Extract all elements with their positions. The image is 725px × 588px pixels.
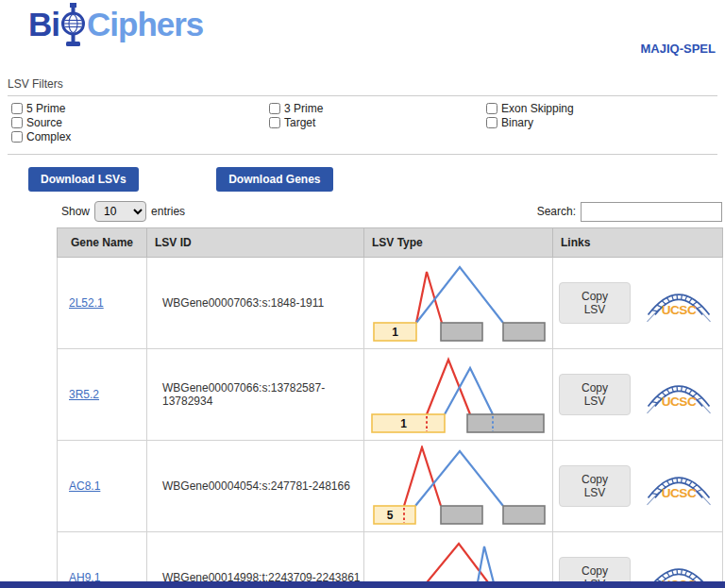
filter-checkbox[interactable] [11, 131, 23, 143]
gene-name-cell: AC8.1 [58, 441, 147, 532]
table-row: AC8.1WBGene00004054:s:247781-2481665Copy… [58, 441, 723, 532]
table-header-row: Gene Name LSV ID LSV Type Links [58, 228, 723, 258]
filter-label: Complex [26, 130, 71, 143]
filter-checkbox[interactable] [11, 117, 23, 128]
lsv-type-diagram: 1 [369, 262, 548, 345]
site-header: Bi Ciphers MAJIQ-SPEL [0, 0, 725, 55]
links-cell: Copy LSVUCSC [553, 441, 723, 532]
filter-label: Binary [501, 116, 533, 129]
column-header-lsv-id[interactable]: LSV ID [147, 228, 364, 258]
svg-text:1: 1 [400, 417, 407, 430]
filter-column: 5 PrimeSourceComplex [11, 101, 71, 143]
filter-label: Source [26, 116, 62, 129]
microscope-globe-icon [60, 3, 86, 47]
filter-checkbox[interactable] [269, 103, 280, 114]
lsv-id-cell: WBGene00004054:s:247781-248166 [147, 441, 364, 532]
links-wrap: Copy LSVUCSC [559, 282, 722, 324]
filter-label: Target [284, 116, 315, 129]
download-button-row: Download LSVs Download Genes [28, 167, 725, 192]
filter-label: Exon Skipping [501, 102, 574, 115]
svg-text:1: 1 [392, 326, 398, 339]
search-label: Search: [537, 205, 576, 218]
links-cell: Copy LSVUCSC [553, 532, 723, 588]
biociphers-logo: Bi Ciphers [28, 2, 717, 47]
filter-checkbox[interactable] [486, 103, 497, 114]
lsv-table: Gene Name LSV ID LSV Type Links 2L52.1WB… [57, 227, 723, 588]
ucsc-logo: UCSC [635, 465, 722, 507]
search-control: Search: [537, 202, 722, 222]
lsv-filters-section: LSV Filters 5 PrimeSourceComplex3 PrimeT… [8, 77, 717, 155]
logo-text-dark: Bi [28, 2, 59, 47]
filter-item-source[interactable]: Source [11, 115, 71, 129]
lsv-type-diagram: 8 [369, 537, 548, 588]
download-genes-button[interactable]: Download Genes [216, 167, 332, 192]
gene-link[interactable]: 3R5.2 [69, 388, 99, 401]
gene-link[interactable]: AC8.1 [69, 479, 100, 493]
logo-text-light: Ciphers [87, 2, 203, 47]
table-controls: Show 10 entries Search: [57, 201, 722, 222]
lsv-type-cell: 1 [364, 258, 553, 349]
page: Bi Ciphers MAJIQ-SPEL LSV Filters 5 Pri [0, 0, 725, 588]
filter-checkbox-grid: 5 PrimeSourceComplex3 PrimeTargetExon Sk… [8, 96, 717, 155]
gene-name-cell: 3R5.2 [58, 349, 147, 441]
footer-bar [0, 581, 725, 588]
majiq-spel-link[interactable]: MAJIQ-SPEL [641, 42, 716, 56]
lsv-type-cell: 5 [364, 441, 553, 532]
search-input[interactable] [581, 202, 722, 222]
gene-link[interactable]: 2L52.1 [69, 296, 104, 310]
gene-name-cell: 2L52.1 [58, 258, 147, 349]
download-lsvs-button[interactable]: Download LSVs [28, 167, 139, 192]
filter-checkbox[interactable] [486, 117, 497, 128]
gene-name-cell: AH9.1 [58, 532, 147, 588]
filter-item-exon-skipping[interactable]: Exon Skipping [486, 101, 574, 115]
copy-lsv-button[interactable]: Copy LSV [559, 465, 631, 507]
lsv-id-cell: WBGene00007066:s:13782587-13782934 [147, 349, 364, 441]
links-wrap: Copy LSVUCSC [559, 374, 722, 415]
filter-column: 3 PrimeTarget [269, 101, 323, 129]
svg-text:UCSC: UCSC [662, 303, 697, 317]
column-header-gene-name[interactable]: Gene Name [58, 228, 147, 258]
filter-column: Exon SkippingBinary [486, 101, 574, 129]
lsv-type-cell: 8 [364, 532, 553, 588]
column-header-links[interactable]: Links [553, 228, 723, 258]
lsv-id-cell: WBGene00007063:s:1848-1911 [147, 258, 364, 349]
links-cell: Copy LSVUCSC [553, 349, 723, 441]
svg-text:UCSC: UCSC [662, 395, 697, 409]
table-row: AH9.1WBGene00014998:t:2243709-22438618Co… [58, 532, 723, 588]
filter-label: 3 Prime [284, 102, 323, 115]
page-size-control: Show 10 entries [61, 201, 185, 222]
lsv-filters-title: LSV Filters [8, 77, 717, 96]
ucsc-link[interactable]: UCSC [635, 465, 722, 507]
ucsc-logo: UCSC [635, 374, 722, 415]
table-row: 3R5.2WBGene00007066:s:13782587-137829341… [58, 349, 723, 441]
filter-item-target[interactable]: Target [269, 115, 323, 129]
ucsc-logo: UCSC [635, 282, 722, 324]
column-header-lsv-type[interactable]: LSV Type [364, 228, 553, 258]
lsv-table-zone: Show 10 entries Search: Gene Name LSV ID… [57, 201, 722, 588]
filter-item-3-prime[interactable]: 3 Prime [269, 101, 323, 115]
filter-label: 5 Prime [26, 102, 65, 115]
lsv-type-cell: 1 [364, 349, 553, 441]
svg-text:UCSC: UCSC [662, 486, 697, 500]
filter-item-5-prime[interactable]: 5 Prime [11, 101, 71, 115]
lsv-type-diagram: 5 [369, 445, 548, 529]
entries-label: entries [151, 205, 185, 218]
filter-checkbox[interactable] [269, 117, 280, 128]
links-wrap: Copy LSVUCSC [559, 465, 722, 507]
links-cell: Copy LSVUCSC [553, 258, 723, 349]
ucsc-link[interactable]: UCSC [635, 282, 722, 324]
ucsc-link[interactable]: UCSC [635, 374, 722, 415]
lsv-id-cell: WBGene00014998:t:2243709-2243861 [147, 532, 364, 588]
filter-item-binary[interactable]: Binary [486, 115, 574, 129]
show-label: Show [61, 205, 90, 218]
page-size-select[interactable]: 10 [94, 201, 146, 222]
copy-lsv-button[interactable]: Copy LSV [559, 374, 631, 415]
svg-text:5: 5 [386, 509, 393, 522]
filter-item-complex[interactable]: Complex [11, 129, 71, 143]
table-row: 2L52.1WBGene00007063:s:1848-19111Copy LS… [58, 258, 723, 349]
copy-lsv-button[interactable]: Copy LSV [559, 282, 631, 324]
lsv-type-diagram: 1 [369, 354, 548, 437]
filter-checkbox[interactable] [11, 103, 23, 114]
